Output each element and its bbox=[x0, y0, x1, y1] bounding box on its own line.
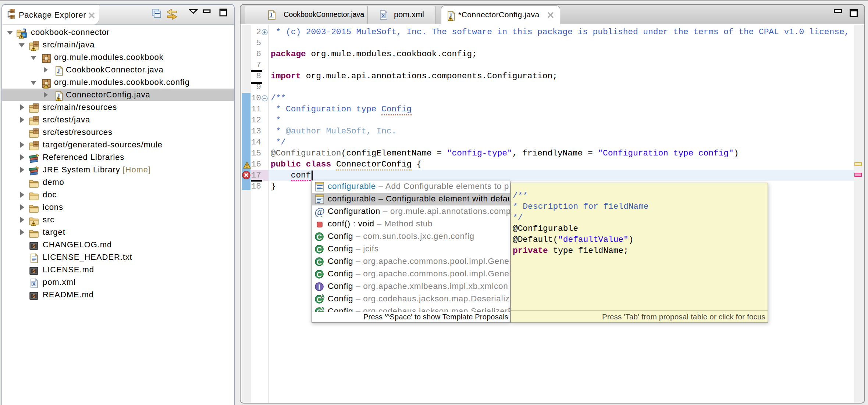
svg-text:C: C bbox=[317, 233, 322, 241]
svg-text:C: C bbox=[317, 245, 322, 254]
svg-text:X: X bbox=[382, 13, 385, 18]
svg-text:@: @ bbox=[314, 206, 325, 217]
svg-text:X: X bbox=[32, 281, 36, 287]
svg-text:A: A bbox=[321, 306, 325, 311]
svg-text:J: J bbox=[24, 28, 26, 33]
svg-text:S: S bbox=[32, 293, 36, 299]
svg-text:A: A bbox=[321, 294, 325, 299]
svg-text:C: C bbox=[317, 258, 322, 266]
svg-text:J: J bbox=[57, 68, 60, 74]
svg-text:C: C bbox=[317, 270, 322, 279]
svg-text:J: J bbox=[270, 12, 273, 18]
svg-text:S: S bbox=[32, 268, 36, 274]
svg-text:S: S bbox=[32, 243, 36, 249]
svg-text:I: I bbox=[318, 283, 320, 291]
